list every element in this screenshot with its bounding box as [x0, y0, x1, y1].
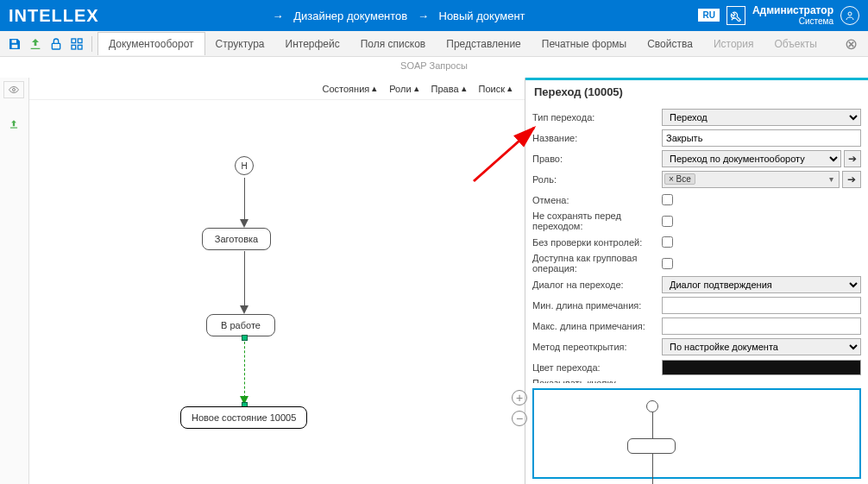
breadcrumb: → Дизайнер документов → Новый документ — [99, 9, 699, 22]
input-maxlen[interactable] — [662, 317, 861, 335]
checkbox-nocheck[interactable] — [662, 236, 673, 248]
breadcrumb-designer[interactable]: Дизайнер документов — [293, 9, 407, 22]
upload-icon[interactable] — [26, 35, 45, 53]
toolbar: Документооборот Структура Интерфейс Поля… — [0, 31, 868, 57]
label-minlen: Мин. длина примечания: — [532, 300, 662, 311]
label-nosave: Не сохранять перед переходом: — [532, 211, 662, 231]
main-area: Состояния ▴ Роли ▴ Права ▴ Поиск ▴ Н Заг… — [0, 78, 868, 484]
svg-rect-4 — [72, 45, 76, 49]
tab-history[interactable]: История — [703, 33, 764, 55]
logo-text: INTELLEX — [9, 6, 99, 26]
goto-right-button[interactable]: ➔ — [844, 150, 861, 167]
eye-icon[interactable] — [3, 81, 24, 98]
label-role: Роль: — [532, 174, 662, 185]
edge-1 — [244, 178, 245, 221]
close-icon[interactable]: ⊗ — [845, 35, 858, 53]
tab-properties[interactable]: Свойства — [637, 33, 703, 55]
lock-icon[interactable] — [47, 35, 66, 53]
select-reopen[interactable]: По настройке документа — [662, 338, 861, 355]
chevron-down-icon: ▴ — [414, 83, 419, 94]
breadcrumb-arrow-icon: → — [273, 9, 284, 22]
zoom-out-icon[interactable]: − — [512, 411, 527, 426]
checkbox-showbtn[interactable] — [662, 383, 673, 384]
breadcrumb-arrow-icon: → — [418, 9, 429, 22]
drag-handle[interactable] — [242, 335, 248, 341]
canvas-grid[interactable]: Н Заготовка В работе Новое состояние 100… — [38, 100, 525, 484]
label-group: Доступна как групповая операция: — [532, 253, 662, 273]
node-start[interactable]: Н — [235, 156, 254, 175]
tab-structure[interactable]: Структура — [205, 33, 275, 55]
arrowhead-icon — [240, 219, 248, 228]
minimap-edge — [652, 454, 653, 484]
svg-line-8 — [474, 128, 534, 181]
edge-3-selected[interactable] — [244, 342, 245, 398]
tab-listfields[interactable]: Поля списков — [350, 33, 437, 55]
edge-2 — [244, 251, 245, 307]
role-tag-all[interactable]: × Все — [664, 173, 695, 185]
label-dialog: Диалог на переходе: — [532, 280, 662, 290]
minimap[interactable]: + − — [532, 388, 861, 479]
tab-view[interactable]: Представление — [436, 33, 531, 55]
input-name[interactable] — [662, 129, 861, 147]
label-cancel: Отмена: — [532, 195, 662, 205]
label-color: Цвет перехода: — [532, 362, 662, 373]
minimap-node — [646, 400, 658, 412]
color-picker[interactable] — [662, 360, 861, 375]
label-type: Тип перехода: — [532, 112, 662, 123]
svg-rect-1 — [52, 43, 60, 49]
label-name: Название: — [532, 133, 662, 143]
save-icon[interactable] — [5, 35, 24, 53]
node-newstate[interactable]: Новое состояние 10005 — [180, 406, 307, 429]
upload-small-icon[interactable] — [3, 116, 24, 133]
language-badge[interactable]: RU — [698, 9, 719, 22]
canvas-states-menu[interactable]: Состояния ▴ — [323, 83, 378, 94]
label-maxlen: Макс. длина примечания: — [532, 321, 662, 331]
chevron-down-icon[interactable]: ▾ — [826, 174, 837, 184]
grid-icon[interactable] — [67, 35, 86, 53]
arrowhead-icon — [240, 305, 248, 314]
svg-rect-5 — [78, 45, 82, 49]
input-minlen[interactable] — [662, 297, 861, 314]
tab-printforms[interactable]: Печатные формы — [531, 33, 637, 55]
svg-point-6 — [13, 89, 16, 91]
select-dialog[interactable]: Диалог подтверждения — [662, 276, 861, 293]
label-right: Право: — [532, 154, 662, 164]
canvas[interactable]: Состояния ▴ Роли ▴ Права ▴ Поиск ▴ Н Заг… — [29, 78, 525, 484]
user-icon[interactable] — [840, 6, 859, 25]
chevron-down-icon: ▴ — [462, 83, 467, 94]
panel-body: Тип перехода:Переход Название: Право:Пер… — [525, 104, 868, 383]
app-header: INTELLEX → Дизайнер документов → Новый д… — [0, 0, 868, 31]
svg-rect-3 — [78, 39, 82, 43]
select-right[interactable]: Переход по документообороту — [662, 150, 841, 167]
checkbox-nosave[interactable] — [662, 216, 673, 227]
tab-interface[interactable]: Интерфейс — [275, 33, 350, 55]
label-reopen: Метод переоткрытия: — [532, 342, 662, 352]
annotation-arrow-icon — [465, 121, 543, 190]
goto-role-button[interactable]: ➔ — [842, 171, 861, 188]
user-system: Система — [752, 16, 833, 27]
subrow-soap[interactable]: SOAP Запросы — [0, 57, 868, 78]
tools-icon[interactable] — [726, 6, 745, 25]
minimap-edge — [652, 412, 653, 438]
toolbar-separator — [91, 36, 92, 52]
panel-title: Переход (10005) — [525, 78, 868, 104]
canvas-search-menu[interactable]: Поиск ▴ — [479, 83, 513, 94]
label-showbtn: Показывать кнопку перехода: — [532, 378, 662, 383]
tab-objects[interactable]: Объекты — [764, 33, 827, 55]
canvas-roles-menu[interactable]: Роли ▴ — [389, 83, 418, 94]
select-type[interactable]: Переход — [662, 109, 861, 126]
canvas-rights-menu[interactable]: Права ▴ — [431, 83, 467, 94]
svg-rect-7 — [10, 128, 17, 129]
main-tabs: Документооборот Структура Интерфейс Поля… — [97, 32, 843, 55]
zoom-in-icon[interactable]: + — [512, 390, 527, 405]
logo: INTELLEX — [9, 6, 99, 26]
user-name: Администратор — [752, 4, 833, 16]
checkbox-group[interactable] — [662, 258, 673, 269]
node-zagotovka[interactable]: Заготовка — [202, 228, 271, 250]
breadcrumb-newdoc[interactable]: Новый документ — [439, 9, 525, 22]
checkbox-cancel[interactable] — [662, 194, 673, 205]
chevron-down-icon: ▴ — [507, 83, 513, 94]
tab-workflow[interactable]: Документооборот — [97, 32, 205, 55]
role-tagbox[interactable]: × Все▾ — [662, 171, 840, 188]
node-vrabote[interactable]: В работе — [206, 314, 275, 336]
